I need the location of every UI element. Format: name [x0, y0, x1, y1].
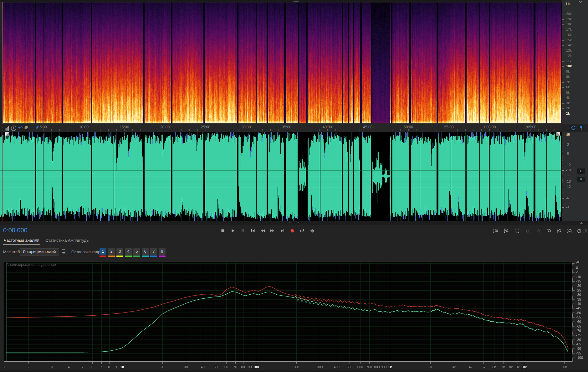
frequency-tick-label: 13k	[566, 49, 572, 52]
selection-handle-left[interactable]	[5, 132, 9, 136]
tab-frequency-analysis[interactable]: Частотный анализ	[4, 238, 38, 243]
ruler-tick	[295, 129, 295, 131]
frequency-tick	[562, 87, 564, 88]
hold-frame-button-7[interactable]: 7	[150, 248, 157, 255]
hold-frame-button-2[interactable]: 2	[108, 248, 115, 255]
loop-playback-button[interactable]	[298, 227, 306, 235]
ruler-tick	[465, 129, 466, 131]
ruler-tick	[230, 129, 230, 131]
hold-frame-button-5[interactable]: 5	[133, 248, 140, 255]
hold-frame-button-4[interactable]: 4	[125, 248, 132, 255]
tab-amplitude-statistics[interactable]: Статистика Амплитуды	[45, 238, 89, 243]
fast-forward-button[interactable]	[268, 227, 277, 235]
zoom-out-vertical-button[interactable]	[502, 227, 510, 235]
levels-icon[interactable]	[4, 126, 9, 131]
ruler-tick	[441, 129, 441, 131]
skip-selection-button[interactable]	[308, 227, 316, 235]
record-button[interactable]	[288, 227, 296, 235]
amplitude-tick-label: -3	[566, 205, 569, 209]
zoom-ibeam-button[interactable]	[581, 227, 588, 235]
graph-freq-label: 200	[294, 365, 299, 369]
zoom-selection-right-button[interactable]: }	[555, 227, 563, 235]
graph-db-label: -85	[576, 342, 581, 346]
stop-button[interactable]	[219, 227, 227, 235]
amplitude-tick	[562, 170, 563, 170]
ruler-time-label: 5:00	[40, 125, 47, 129]
graph-db-label: -20	[576, 284, 581, 287]
skip-to-start-button[interactable]	[249, 227, 257, 235]
amplitude-tick-label: -6	[566, 196, 569, 200]
time-ruler[interactable]: +0 dB 5:0010:0015:0020:0025:0030:0035:00…	[0, 124, 588, 132]
panel-tabs: Частотный анализ Статистика Амплитуды	[0, 236, 588, 245]
skip-to-start-icon	[250, 228, 255, 233]
selection-handle-right[interactable]	[556, 132, 560, 136]
svg-text:{}: {}	[567, 229, 569, 233]
clock-icon[interactable]	[11, 125, 17, 131]
bottom-panel-divider[interactable]	[0, 221, 588, 225]
frequency-scale[interactable]: Hz 20k19k18k17k16k15k14k13k12k11k10k9k8k…	[562, 0, 588, 124]
graph-freq-label: 6	[91, 365, 93, 369]
hold-frame-button-1[interactable]: 1	[100, 248, 106, 255]
amplitude-tick	[562, 169, 563, 169]
ruler-tick	[400, 129, 401, 131]
amplitude-tick	[562, 194, 563, 194]
amplitude-scale[interactable]: dB -3-3-6-6-12-12-18-18-∞ L K	[562, 132, 588, 221]
zoom-in-horizontal-button[interactable]	[513, 227, 521, 235]
ruler-tick	[19, 129, 19, 131]
hold-frame-button-6[interactable]: 6	[142, 248, 149, 255]
hold-frame-button-3[interactable]: 3	[116, 248, 123, 255]
graph-freq-label: 3k	[452, 365, 456, 369]
channel-right-button[interactable]: K	[577, 176, 585, 182]
pause-button[interactable]	[239, 227, 247, 235]
zoom-selection-right-icon: }	[557, 228, 562, 233]
ruler-tick	[116, 129, 117, 131]
loop-playback-icon	[300, 228, 305, 233]
collapse-chevron-icon[interactable]	[579, 1, 582, 3]
panel-menu-icon[interactable]	[35, 239, 39, 242]
spectrogram-view[interactable]	[0, 2, 562, 124]
frequency-tick-label: 4k	[566, 96, 570, 100]
magnet-icon[interactable]	[578, 125, 584, 131]
amplitude-tick	[562, 196, 563, 196]
loop-marker-icon[interactable]	[570, 125, 576, 131]
waveform-view[interactable]	[0, 132, 562, 221]
ruler-tick	[279, 129, 279, 131]
amplitude-tick-label: -18	[566, 168, 571, 172]
zoom-selection-left-button[interactable]: {	[545, 227, 553, 235]
amplitude-tick	[562, 192, 563, 192]
rewind-button[interactable]	[258, 227, 267, 235]
ruler-tick	[522, 129, 522, 131]
divider-grip-icon	[289, 222, 299, 223]
fast-forward-icon	[270, 228, 275, 233]
amplitude-tick	[562, 173, 563, 173]
ruler-tick	[327, 129, 328, 131]
graph-freq-label: 10	[120, 365, 124, 369]
frequency-tick	[562, 56, 564, 56]
skip-to-end-button[interactable]	[279, 227, 287, 235]
zoom-in-vertical-icon	[493, 228, 498, 233]
amplitude-tick	[562, 182, 564, 182]
frequency-graph[interactable]	[0, 259, 588, 372]
graph-db-label: -70	[576, 329, 581, 333]
ruler-tick	[173, 129, 173, 131]
top-panel-divider[interactable]	[0, 0, 588, 2]
ruler-tick	[141, 129, 141, 131]
time-display[interactable]: 0:00.000	[3, 227, 28, 234]
graph-y-axis-title: дБ	[576, 260, 580, 264]
scrollbar-up-icon[interactable]	[580, 222, 583, 224]
hold-frame-button-8[interactable]: 8	[159, 248, 166, 255]
channel-left-button[interactable]: L	[577, 168, 585, 174]
zoom-in-vertical-button[interactable]	[492, 227, 500, 235]
scale-dropdown[interactable]: Логарифмический	[20, 248, 59, 256]
graph-freq-label: 70	[233, 365, 237, 369]
graph-db-label: -55	[576, 315, 581, 319]
graph-freq-label: 10k	[521, 365, 527, 369]
zoom-out-full-button[interactable]	[534, 227, 542, 235]
grip-icon[interactable]	[0, 125, 3, 131]
zoom-out-horizontal-button[interactable]	[524, 227, 532, 235]
ruler-tick	[303, 129, 303, 131]
zoom-selection-button[interactable]: {}	[565, 227, 574, 235]
copy-graph-icon[interactable]	[62, 249, 67, 255]
play-button[interactable]	[229, 227, 237, 235]
amplitude-tick	[562, 163, 563, 164]
